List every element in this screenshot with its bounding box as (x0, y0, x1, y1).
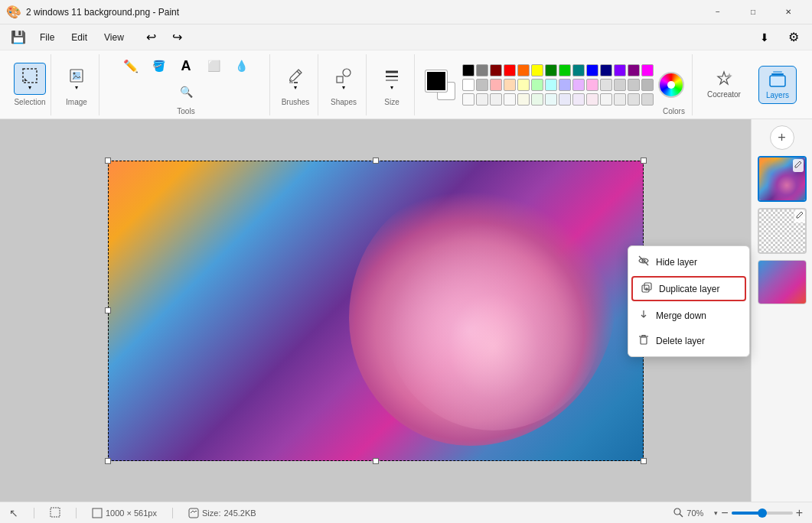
size-group: ▾ Size (370, 54, 415, 115)
color-swatch[interactable] (572, 79, 585, 91)
duplicate-layer-item[interactable]: Duplicate layer (631, 276, 746, 301)
zoom-plus-button[interactable]: + (796, 507, 803, 519)
divider-3 (172, 508, 173, 518)
text-button[interactable]: A (173, 54, 199, 78)
cursor-icon: ↖ (9, 507, 18, 519)
color-swatch[interactable] (545, 93, 557, 106)
color-swatch[interactable] (614, 64, 626, 76)
svg-rect-7 (337, 76, 343, 83)
settings-icon[interactable]: ⚙ (783, 27, 804, 48)
eyedropper-button[interactable]: 💧 (228, 54, 254, 78)
color-swatch[interactable] (504, 79, 516, 91)
color-swatch[interactable] (559, 93, 571, 106)
color-swatch[interactable] (545, 64, 557, 76)
color-swatch[interactable] (462, 64, 474, 76)
color-swatch[interactable] (600, 79, 612, 91)
selection-buttons: ▾ (14, 63, 46, 95)
color-swatch[interactable] (504, 93, 516, 106)
zoom-dropdown-icon[interactable]: ▾ (714, 509, 718, 517)
shapes-label: Shapes (331, 98, 357, 106)
menu-edit[interactable]: Edit (64, 29, 95, 46)
maximize-button[interactable]: □ (735, 0, 771, 24)
color-swatch[interactable] (504, 64, 516, 76)
zoom-slider-thumb[interactable] (758, 508, 767, 518)
color-swatch[interactable] (641, 93, 654, 106)
color-swatch[interactable] (614, 79, 626, 91)
color-swatch[interactable] (559, 64, 571, 76)
color-swatch[interactable] (641, 79, 654, 91)
color-swatches (462, 64, 654, 106)
divider-2 (76, 508, 77, 518)
layers-button[interactable]: Layers (758, 66, 797, 104)
add-layer-button[interactable]: + (770, 125, 794, 150)
color-swatch[interactable] (490, 79, 502, 91)
color-swatch[interactable] (462, 79, 474, 91)
cocreator-button[interactable]: Cocreator (705, 66, 743, 104)
redo-button[interactable]: ↪ (167, 27, 188, 48)
color-swatch[interactable] (517, 79, 530, 91)
color-swatch[interactable] (600, 64, 612, 76)
delete-layer-item[interactable]: Delete layer (628, 328, 749, 353)
zoom-slider[interactable] (732, 512, 793, 515)
dimensions-item: 1000 × 561px (92, 508, 157, 518)
color-swatch[interactable] (572, 93, 585, 106)
undo-redo-group: ↩ ↪ (139, 27, 190, 48)
pencil-button[interactable]: ✏️ (118, 54, 144, 78)
zoom-minus-button[interactable]: − (721, 507, 728, 519)
image-button[interactable]: ▾ (59, 63, 94, 95)
color-swatch[interactable] (628, 64, 640, 76)
color-swatch[interactable] (628, 79, 640, 91)
menu-file[interactable]: File (32, 29, 62, 46)
tools-group: ✏️ 🪣 A ⬜ 💧 🔍 Tools (103, 54, 270, 115)
select-rect-button[interactable]: ▾ (14, 63, 46, 95)
size-item: Size: 245.2KB (188, 508, 256, 518)
color-swatch[interactable] (586, 79, 598, 91)
color-swatch[interactable] (586, 93, 598, 106)
hide-layer-item[interactable]: Hide layer (628, 249, 749, 274)
color-swatch[interactable] (476, 79, 488, 91)
color-picker-button[interactable] (658, 72, 684, 98)
minimize-button[interactable]: − (700, 0, 735, 24)
color-swatch[interactable] (517, 64, 530, 76)
color-swatch[interactable] (490, 64, 502, 76)
color-swatch[interactable] (531, 79, 543, 91)
download-icon[interactable]: ⬇ (754, 27, 775, 48)
merge-down-icon (638, 309, 650, 322)
size-button[interactable]: ▾ (374, 63, 409, 95)
brushes-button[interactable]: ▾ (278, 63, 313, 95)
color-swatch[interactable] (628, 93, 640, 106)
menu-view[interactable]: View (96, 29, 132, 46)
color-swatch[interactable] (476, 93, 488, 106)
color-swatch[interactable] (641, 64, 654, 76)
close-button[interactable]: ✕ (771, 0, 806, 24)
color-swatch[interactable] (531, 93, 543, 106)
color-swatch[interactable] (559, 79, 571, 91)
brushes-group: ▾ Brushes (273, 54, 318, 115)
layer-2-edit-icon[interactable] (794, 210, 805, 223)
color-swatch[interactable] (476, 64, 488, 76)
active-colors (426, 70, 455, 99)
image-label: Image (66, 98, 87, 106)
color-swatch[interactable] (462, 93, 474, 106)
save-icon[interactable]: 💾 (8, 27, 29, 48)
magnifier-button[interactable]: 🔍 (173, 80, 199, 104)
layer-thumb-3[interactable] (758, 260, 807, 304)
color-swatch[interactable] (586, 64, 598, 76)
eraser-button[interactable]: ⬜ (201, 54, 227, 78)
color-swatch[interactable] (614, 93, 626, 106)
color-swatch[interactable] (517, 93, 530, 106)
color-swatch[interactable] (572, 64, 585, 76)
color-swatch[interactable] (600, 93, 612, 106)
fill-button[interactable]: 🪣 (145, 54, 171, 78)
undo-button[interactable]: ↩ (141, 27, 162, 48)
merge-down-item[interactable]: Merge down (628, 303, 749, 328)
layer-thumb-1[interactable] (758, 156, 807, 202)
color-swatch[interactable] (490, 93, 502, 106)
color-swatch[interactable] (531, 64, 543, 76)
shapes-button[interactable]: ▾ (326, 63, 361, 95)
layer-edit-icon[interactable] (793, 159, 804, 172)
brushes-buttons: ▾ (278, 63, 313, 95)
canvas[interactable] (108, 161, 644, 461)
foreground-color[interactable] (426, 70, 447, 92)
color-swatch[interactable] (545, 79, 557, 91)
